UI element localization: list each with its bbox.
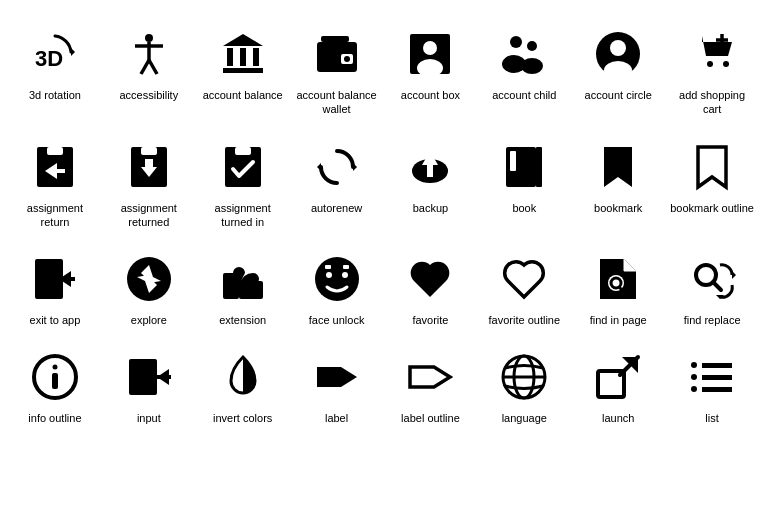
svg-rect-8 [227, 48, 233, 66]
icon-label: label [325, 411, 348, 425]
svg-rect-69 [129, 359, 157, 395]
icon-cell-account-circle: account circle [571, 16, 665, 129]
icon-cell-assignment-returned: assignment returned [102, 129, 196, 242]
icon-cell-3d-rotation: 3D 3d rotation [8, 16, 102, 129]
svg-rect-10 [253, 48, 259, 66]
icon-label: favorite outline [489, 313, 561, 327]
icon-cell-favorite: favorite [384, 241, 478, 339]
svg-rect-58 [343, 265, 349, 269]
icon-cell-language: language [477, 339, 571, 437]
icon-label: launch [602, 411, 634, 425]
svg-marker-38 [353, 163, 357, 171]
icon-cell-launch: launch [571, 339, 665, 437]
svg-line-5 [141, 60, 149, 74]
icon-cell-assignment-return: assignment return [8, 129, 102, 242]
assignment-turned-in-icon [215, 139, 271, 195]
svg-point-20 [527, 41, 537, 51]
svg-point-56 [342, 272, 348, 278]
icon-label: exit to app [30, 313, 81, 327]
explore-icon [121, 251, 177, 307]
icon-label: find in page [590, 313, 647, 327]
icon-cell-label: label [290, 339, 384, 437]
svg-point-14 [344, 56, 350, 62]
svg-point-83 [691, 386, 697, 392]
icon-cell-account-balance-wallet: account balance wallet [290, 16, 384, 129]
input-icon [121, 349, 177, 405]
svg-line-6 [149, 60, 157, 74]
3d-rotation-icon: 3D [27, 26, 83, 82]
svg-point-27 [723, 61, 729, 67]
svg-rect-78 [702, 363, 732, 368]
icon-label: input [137, 411, 161, 425]
svg-rect-80 [702, 387, 732, 392]
svg-rect-37 [235, 147, 251, 155]
extension-icon [215, 251, 271, 307]
icon-cell-find-in-page: find in page [571, 241, 665, 339]
svg-rect-45 [510, 151, 516, 171]
icon-label: extension [219, 313, 266, 327]
info-outline-icon [27, 349, 83, 405]
svg-rect-79 [702, 375, 732, 380]
icon-label: info outline [28, 411, 81, 425]
svg-marker-7 [223, 34, 263, 46]
find-in-page-icon [590, 251, 646, 307]
svg-point-19 [510, 36, 522, 48]
icon-cell-bookmark-outline: bookmark outline [665, 129, 759, 242]
account-balance-wallet-icon [309, 26, 365, 82]
backup-icon [402, 139, 458, 195]
icon-cell-favorite-outline: favorite outline [477, 241, 571, 339]
svg-point-82 [691, 374, 697, 380]
svg-point-24 [610, 40, 626, 56]
icon-label: label outline [401, 411, 460, 425]
icon-cell-backup: backup [384, 129, 478, 242]
assignment-returned-icon [121, 139, 177, 195]
icon-label: account circle [585, 88, 652, 102]
svg-rect-46 [35, 259, 63, 299]
icon-label: face unlock [309, 313, 365, 327]
add-shopping-cart-icon [684, 26, 740, 82]
svg-marker-64 [732, 271, 736, 279]
svg-point-55 [326, 272, 332, 278]
bookmark-icon [590, 139, 646, 195]
icon-cell-invert-colors: invert colors [196, 339, 290, 437]
icon-cell-account-child: account child [477, 16, 571, 129]
label-icon [309, 349, 365, 405]
icon-cell-book: book [477, 129, 571, 242]
launch-icon [590, 349, 646, 405]
svg-point-18 [417, 59, 443, 77]
icon-label: accessibility [119, 88, 178, 102]
account-box-icon [402, 26, 458, 82]
account-circle-icon [590, 26, 646, 82]
icon-cell-account-balance: account balance [196, 16, 290, 129]
icon-label: bookmark [594, 201, 642, 215]
icon-label: account child [492, 88, 556, 102]
icon-label: account balance wallet [294, 88, 380, 117]
accessibility-icon [121, 26, 177, 82]
icon-cell-account-box: account box [384, 16, 478, 129]
svg-rect-15 [321, 36, 349, 42]
icon-cell-exit-to-app: exit to app [8, 241, 102, 339]
icon-cell-explore: explore [102, 241, 196, 339]
icon-grid: 3D 3d rotation accessibility [8, 16, 759, 438]
favorite-icon [402, 251, 458, 307]
account-child-icon [496, 26, 552, 82]
bookmark-outline-icon [684, 139, 740, 195]
svg-rect-42 [427, 165, 433, 177]
svg-rect-34 [141, 147, 157, 155]
icon-cell-face-unlock: face unlock [290, 241, 384, 339]
icon-cell-autorenew: autorenew [290, 129, 384, 242]
svg-marker-39 [317, 163, 321, 171]
icon-cell-add-shopping-cart: add shopping cart [665, 16, 759, 129]
svg-marker-41 [422, 151, 438, 165]
icon-label: language [502, 411, 547, 425]
icon-label: favorite [412, 313, 448, 327]
icon-cell-extension: extension [196, 241, 290, 339]
label-outline-icon [402, 349, 458, 405]
icon-label: list [705, 411, 718, 425]
icon-cell-assignment-turned-in: assignment turned in [196, 129, 290, 242]
svg-point-22 [521, 58, 543, 74]
autorenew-icon [309, 139, 365, 195]
icon-cell-label-outline: label outline [384, 339, 478, 437]
language-icon [496, 349, 552, 405]
icon-cell-info-outline: info outline [8, 339, 102, 437]
